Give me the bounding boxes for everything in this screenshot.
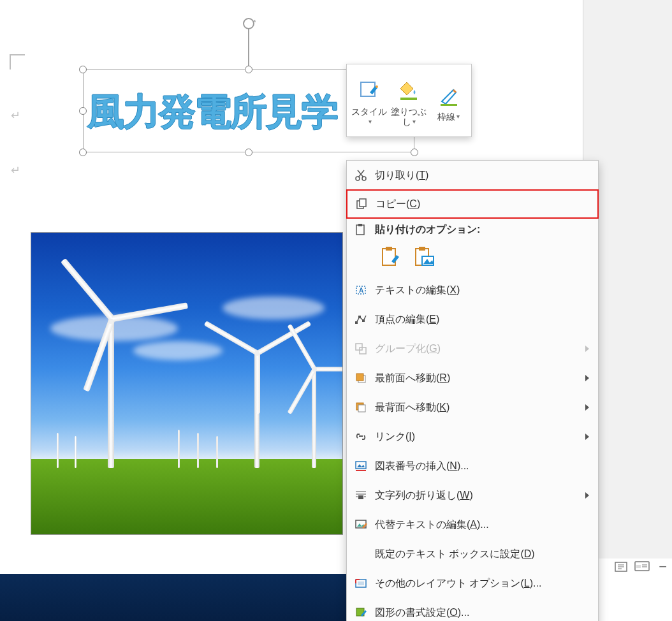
outline-icon [430,82,468,109]
view-reading-icon[interactable] [614,560,628,574]
link-icon [347,430,375,443]
svg-rect-40 [356,470,366,471]
ctx-send-back[interactable]: 最背面へ移動(K) [347,393,598,422]
svg-rect-20 [358,224,362,226]
alt-text-icon [347,518,375,531]
ctx-cut[interactable]: 切り取り(T) [347,161,598,190]
view-web-icon[interactable] [634,560,650,574]
dropdown-icon: ▾ [457,112,460,122]
group-icon [347,342,375,355]
caption-icon [347,460,375,472]
svg-rect-43 [358,495,363,499]
ctx-more-layout[interactable]: その他のレイアウト オプション(L)... [347,569,598,598]
rotation-handle-line [248,28,249,66]
mini-outline-button[interactable]: 枠線▾ [430,82,468,122]
paragraph-mark: ↵ [11,163,20,177]
page-margin-corner [10,54,25,69]
submenu-arrow-icon [585,492,589,499]
ctx-paste-options [347,241,598,275]
copy-icon [347,198,376,210]
rotation-handle-icon[interactable] [241,16,256,31]
svg-rect-31 [362,319,365,322]
ctx-paste-header: 貼り付けのオプション: [347,218,598,241]
resize-handle[interactable] [411,149,418,156]
ctx-wrap[interactable]: 文字列の折り返し(W) [347,481,598,510]
layout-icon [347,577,375,590]
resize-handle[interactable] [79,66,87,73]
send-back-icon [347,401,375,414]
svg-line-15 [358,170,364,177]
submenu-arrow-icon [585,346,589,352]
svg-rect-51 [358,581,364,585]
ctx-edit-points[interactable]: 頂点の編集(E) [347,305,598,334]
svg-rect-35 [356,374,363,381]
svg-rect-29 [355,321,358,324]
format-shape-icon [347,606,375,619]
bring-front-icon [347,372,375,384]
submenu-arrow-icon [585,375,589,381]
wrap-icon [347,489,375,502]
svg-point-14 [362,177,366,180]
context-menu: 切り取り(T) コピー(C) 貼り付けのオプション: A テキストの編集(X) … [346,160,599,621]
svg-rect-12 [441,104,457,106]
ctx-edit-text[interactable]: A テキストの編集(X) [347,275,598,305]
style-icon [350,77,388,104]
edit-points-icon [347,313,375,326]
resize-handle[interactable] [245,149,252,156]
mini-outline-label: 枠線 [437,112,455,122]
svg-point-10 [376,85,378,88]
fill-icon [390,77,428,104]
svg-text:A: A [359,287,363,294]
ctx-copy[interactable]: コピー(C) [346,189,599,219]
cut-icon [347,169,375,182]
mini-toolbar: スタイル▾ 塗りつぶし▾ 枠線▾ [346,64,472,137]
svg-line-16 [358,170,363,177]
svg-rect-32 [356,344,362,350]
ctx-format-shape[interactable]: 図形の書式設定(O)... [347,598,598,621]
paste-picture-button[interactable] [413,246,436,269]
dropdown-icon: ▾ [413,117,416,127]
paste-icon [347,223,375,236]
ctx-link[interactable]: リンク(I) [347,422,598,451]
svg-rect-33 [360,347,366,354]
resize-handle[interactable] [79,149,87,156]
svg-rect-37 [358,405,365,412]
edit-text-icon: A [347,284,375,296]
zoom-minus-button[interactable]: − [659,560,667,573]
dropdown-icon: ▾ [369,117,372,127]
ctx-group: グループ化(G) [347,334,598,363]
svg-rect-38 [356,462,366,469]
svg-point-0 [244,18,254,29]
svg-rect-6 [636,565,641,568]
svg-rect-18 [360,199,366,207]
ctx-caption[interactable]: 図表番号の挿入(N)... [347,451,598,481]
ctx-bring-front[interactable]: 最前面へ移動(R) [347,363,598,393]
svg-rect-11 [400,98,417,100]
mini-style-button[interactable]: スタイル▾ [350,77,388,127]
mini-fill-label: 塗りつぶし [391,106,427,127]
submenu-arrow-icon [585,404,589,411]
ctx-default-textbox[interactable]: 既定のテキスト ボックスに設定(D) [347,539,598,569]
svg-marker-39 [357,464,365,467]
resize-handle[interactable] [79,107,87,115]
submenu-arrow-icon [585,434,589,440]
svg-rect-24 [419,247,425,251]
svg-rect-19 [356,225,364,235]
paragraph-mark: ↵ [11,108,20,122]
mini-fill-button[interactable]: 塗りつぶし▾ [390,77,428,127]
inserted-image[interactable] [31,232,343,535]
paste-keep-format-button[interactable] [380,246,403,269]
svg-point-13 [356,177,360,180]
svg-rect-30 [358,316,361,318]
ctx-alt-text[interactable]: 代替テキストの編集(A)... [347,510,598,539]
resize-handle[interactable] [245,66,252,73]
svg-rect-22 [386,247,392,251]
mini-style-label: スタイル [351,106,387,117]
